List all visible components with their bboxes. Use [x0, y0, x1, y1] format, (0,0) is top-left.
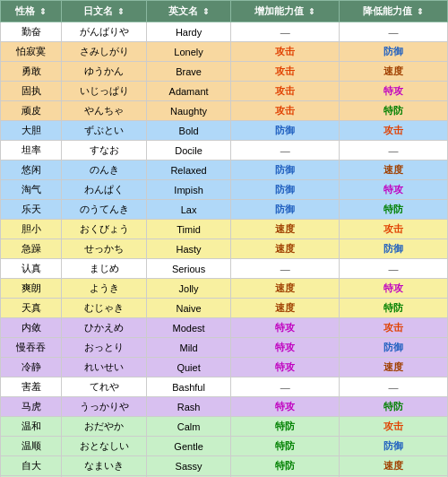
cell-decrease: 特防	[340, 397, 448, 417]
cell-seikaku: 温和	[1, 417, 62, 437]
cell-japanese: すなお	[62, 141, 147, 160]
sort-icon-decrease[interactable]: ⇕	[417, 7, 424, 16]
cell-seikaku: 勤奋	[1, 22, 62, 42]
cell-decrease: 防御	[340, 239, 448, 259]
cell-decrease: 速度	[340, 358, 448, 377]
sort-icon-seikaku[interactable]: ⇕	[39, 7, 47, 16]
sort-icon-english[interactable]: ⇕	[202, 7, 210, 16]
cell-decrease: 特攻	[340, 82, 448, 101]
cell-increase: 速度	[231, 220, 340, 239]
cell-english: Modest	[146, 318, 231, 338]
cell-decrease: 特防	[340, 101, 448, 121]
table-row: 顽皮やんちゃNaughty攻击特防	[1, 101, 448, 121]
cell-decrease: 速度	[340, 62, 448, 82]
cell-increase: 特防	[231, 417, 340, 437]
cell-increase: —	[231, 22, 340, 42]
cell-increase: 防御	[231, 121, 340, 141]
cell-decrease: 防御	[340, 437, 448, 456]
cell-increase: 特防	[231, 456, 340, 476]
cell-english: Mild	[146, 338, 231, 358]
table-row: 怕寂寞さみしがりLonely攻击防御	[1, 42, 448, 62]
cell-japanese: さみしがり	[62, 42, 147, 62]
cell-increase: —	[231, 141, 340, 160]
table-row: 勇敢ゆうかんBrave攻击速度	[1, 62, 448, 82]
cell-seikaku: 勇敢	[1, 62, 62, 82]
table-row: 固执いじっぱりAdamant攻击特攻	[1, 82, 448, 101]
cell-decrease: —	[340, 141, 448, 160]
header-english: 英文名 ⇕	[146, 1, 231, 22]
cell-english: Lonely	[146, 42, 231, 62]
cell-increase: 特攻	[231, 338, 340, 358]
cell-english: Calm	[146, 417, 231, 437]
cell-japanese: がんばりや	[62, 22, 147, 42]
cell-english: Jolly	[146, 279, 231, 299]
table-row: 害羞てれやBashful——	[1, 377, 448, 397]
cell-english: Gentle	[146, 437, 231, 456]
cell-seikaku: 大胆	[1, 121, 62, 141]
table-row: 乐天のうてんきLax防御特防	[1, 200, 448, 220]
cell-increase: 攻击	[231, 101, 340, 121]
table-row: 温和おだやかCalm特防攻击	[1, 417, 448, 437]
table-row: 内敛ひかえめModest特攻攻击	[1, 318, 448, 338]
cell-seikaku: 淘气	[1, 180, 62, 200]
table-row: 冷静れいせいQuiet特攻速度	[1, 358, 448, 377]
cell-increase: 速度	[231, 239, 340, 259]
cell-increase: 攻击	[231, 62, 340, 82]
cell-decrease: 特防	[340, 299, 448, 318]
cell-japanese: せっかち	[62, 239, 147, 259]
cell-seikaku: 悠闲	[1, 160, 62, 180]
cell-decrease: 防御	[340, 338, 448, 358]
cell-japanese: ゆうかん	[62, 62, 147, 82]
cell-english: Docile	[146, 141, 231, 160]
cell-english: Impish	[146, 180, 231, 200]
cell-seikaku: 冷静	[1, 358, 62, 377]
cell-increase: 速度	[231, 299, 340, 318]
header-japanese: 日文名 ⇕	[62, 1, 147, 22]
cell-japanese: まじめ	[62, 259, 147, 279]
cell-increase: 速度	[231, 279, 340, 299]
cell-decrease: 攻击	[340, 417, 448, 437]
cell-seikaku: 认真	[1, 259, 62, 279]
cell-seikaku: 急躁	[1, 239, 62, 259]
cell-english: Hasty	[146, 239, 231, 259]
cell-english: Bashful	[146, 377, 231, 397]
table-row: 自大なまいきSassy特防速度	[1, 456, 448, 476]
cell-increase: 防御	[231, 180, 340, 200]
cell-japanese: おとなしい	[62, 437, 147, 456]
cell-decrease: 攻击	[340, 220, 448, 239]
cell-seikaku: 爽朗	[1, 279, 62, 299]
cell-increase: 特攻	[231, 397, 340, 417]
cell-decrease: —	[340, 22, 448, 42]
cell-seikaku: 坦率	[1, 141, 62, 160]
cell-decrease: 攻击	[340, 318, 448, 338]
cell-seikaku: 固执	[1, 82, 62, 101]
cell-seikaku: 顽皮	[1, 101, 62, 121]
cell-english: Relaxed	[146, 160, 231, 180]
table-row: 淘气わんぱくImpish防御特攻	[1, 180, 448, 200]
cell-increase: 攻击	[231, 82, 340, 101]
cell-japanese: やんちゃ	[62, 101, 147, 121]
cell-increase: 特攻	[231, 318, 340, 338]
cell-english: Naive	[146, 299, 231, 318]
sort-icon-japanese[interactable]: ⇕	[117, 7, 125, 16]
cell-japanese: うっかりや	[62, 397, 147, 417]
cell-english: Adamant	[146, 82, 231, 101]
cell-english: Bold	[146, 121, 231, 141]
cell-decrease: 特攻	[340, 180, 448, 200]
cell-increase: 防御	[231, 200, 340, 220]
cell-english: Rash	[146, 397, 231, 417]
cell-increase: 攻击	[231, 42, 340, 62]
table-row: 爽朗ようきJolly速度特攻	[1, 279, 448, 299]
cell-seikaku: 温顺	[1, 437, 62, 456]
sort-icon-increase[interactable]: ⇕	[308, 7, 315, 16]
cell-seikaku: 胆小	[1, 220, 62, 239]
cell-decrease: 特攻	[340, 279, 448, 299]
cell-japanese: むじゃき	[62, 299, 147, 318]
table-row: 慢吞吞おっとりMild特攻防御	[1, 338, 448, 358]
cell-increase: 特攻	[231, 358, 340, 377]
cell-japanese: てれや	[62, 377, 147, 397]
cell-japanese: いじっぱり	[62, 82, 147, 101]
table-row: 坦率すなおDocile——	[1, 141, 448, 160]
cell-seikaku: 马虎	[1, 397, 62, 417]
cell-decrease: 攻击	[340, 121, 448, 141]
